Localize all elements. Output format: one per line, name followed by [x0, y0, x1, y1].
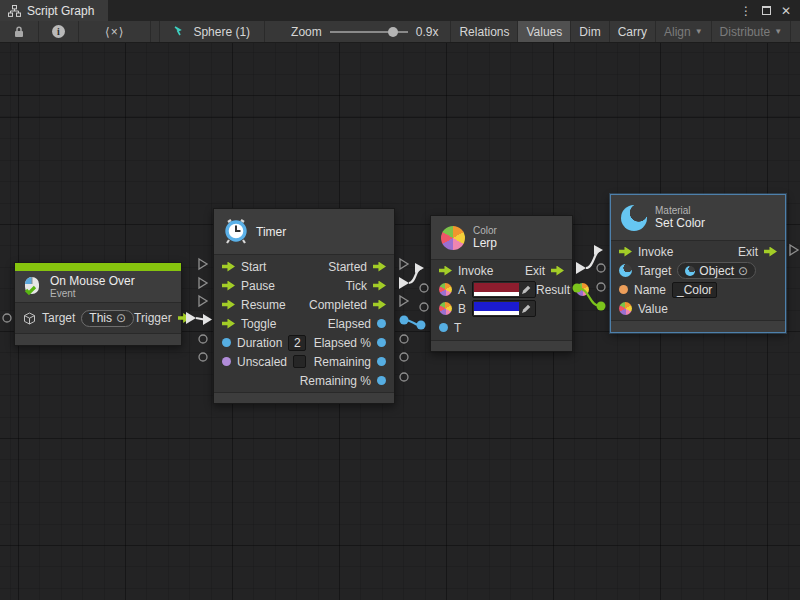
port-exit[interactable]: Exit: [525, 264, 564, 278]
selection-indicator[interactable]: Sphere (1): [159, 21, 265, 42]
port-timer-toggle-in[interactable]: [203, 314, 212, 325]
node-header[interactable]: On Mouse Over Event: [15, 271, 181, 303]
port-lerp-exit-out[interactable]: [576, 262, 586, 274]
duration-input[interactable]: 2: [288, 335, 306, 351]
tab-script-graph[interactable]: Script Graph: [0, 0, 108, 21]
port-setcolor-target-in[interactable]: [597, 264, 605, 272]
node-category: Material: [655, 205, 705, 216]
tab-bar: Script Graph ⋮ ✕: [0, 0, 800, 21]
port-timer-start-in[interactable]: [199, 259, 207, 269]
wire-tick-invoke[interactable]: [409, 268, 422, 283]
port-invoke[interactable]: Invoke: [619, 245, 673, 259]
zoom-slider-handle[interactable]: [388, 27, 398, 37]
node-header[interactable]: Timer: [214, 209, 394, 255]
value-port-icon: [619, 302, 632, 315]
color-b-swatch[interactable]: [472, 300, 536, 317]
port-timer-remaining-pct-out[interactable]: [400, 373, 408, 381]
value-port-icon: [377, 357, 386, 366]
dim-button[interactable]: Dim: [571, 21, 609, 42]
port-lerp-b-in[interactable]: [420, 303, 428, 311]
info-button[interactable]: i: [39, 21, 79, 42]
port-setcolor-invoke-in[interactable]: [594, 245, 603, 255]
port-result[interactable]: Result: [536, 283, 589, 297]
node-header[interactable]: Material Set Color: [611, 195, 785, 241]
port-completed[interactable]: Completed: [309, 298, 386, 312]
port-exit[interactable]: Exit: [738, 245, 777, 259]
lock-button[interactable]: [0, 21, 39, 42]
wire-elapsed-t[interactable]: [404, 320, 420, 325]
value-port-icon: [619, 285, 628, 294]
wire-trigger-toggle[interactable]: [196, 318, 204, 320]
port-setcolor-exit-out[interactable]: [790, 245, 798, 255]
port-lerp-a-in[interactable]: [420, 284, 428, 292]
value-port-icon: [619, 264, 632, 277]
node-on-mouse-over[interactable]: On Mouse Over Event Target This ⊙: [14, 262, 182, 346]
port-a[interactable]: A: [439, 281, 536, 298]
port-timer-completed-out[interactable]: [400, 296, 408, 306]
port-b[interactable]: B: [439, 300, 536, 317]
node-timer[interactable]: Timer Start Started Pause Tick Resume Co…: [213, 208, 395, 404]
values-button[interactable]: Values: [518, 21, 571, 42]
port-timer-elapsed-pct-out[interactable]: [400, 335, 408, 343]
node-color-lerp[interactable]: Color Lerp Invoke Exit A: [430, 215, 573, 352]
port-timer-tick-out[interactable]: [399, 277, 409, 289]
unscaled-checkbox[interactable]: [293, 355, 306, 368]
name-input[interactable]: _Color: [672, 282, 717, 298]
relations-button[interactable]: Relations: [451, 21, 518, 42]
node-set-color[interactable]: Material Set Color Invoke Exit Target Ob…: [610, 194, 786, 333]
port-timer-started-out[interactable]: [400, 259, 408, 269]
port-tick[interactable]: Tick: [345, 279, 386, 293]
port-value[interactable]: Value: [619, 302, 668, 316]
port-lerp-t-in[interactable]: [417, 321, 426, 330]
wire-exit-invoke[interactable]: [586, 250, 601, 268]
port-pause[interactable]: Pause: [222, 279, 275, 293]
zoom-slider[interactable]: [330, 26, 408, 38]
port-invoke[interactable]: Invoke: [439, 264, 493, 278]
port-timer-pause-in[interactable]: [199, 278, 207, 288]
port-timer-duration-in[interactable]: [199, 335, 207, 343]
port-toggle[interactable]: Toggle: [222, 317, 276, 331]
port-started[interactable]: Started: [328, 260, 386, 274]
close-icon[interactable]: ✕: [778, 4, 794, 18]
value-port-icon: [222, 357, 231, 366]
target-port-label: Target: [42, 311, 75, 325]
align-button[interactable]: Align▼: [656, 21, 712, 42]
port-unscaled[interactable]: Unscaled: [222, 355, 306, 369]
menu-icon[interactable]: ⋮: [738, 4, 754, 18]
target-object-picker[interactable]: Object ⊙: [677, 262, 756, 279]
port-t[interactable]: T: [439, 321, 461, 335]
overview-button[interactable]: Overview: [791, 21, 800, 42]
port-timer-unscaled-in[interactable]: [199, 353, 207, 361]
trigger-port-label: Trigger: [134, 311, 172, 325]
value-port-icon: [439, 302, 452, 315]
node-header[interactable]: Color Lerp: [431, 216, 572, 260]
color-a-swatch[interactable]: [472, 281, 536, 298]
port-omo-target-in[interactable]: [3, 314, 11, 322]
port-remaining[interactable]: Remaining: [314, 355, 386, 369]
graph-canvas[interactable]: On Mouse Over Event Target This ⊙: [0, 43, 800, 600]
eyedropper-icon[interactable]: [519, 283, 534, 296]
zoom-label: Zoom: [291, 25, 322, 39]
node-title: Set Color: [655, 216, 705, 230]
distribute-button[interactable]: Distribute▼: [712, 21, 792, 42]
control-port-icon: [439, 266, 452, 276]
inspect-button[interactable]: ⟨×⟩: [79, 21, 151, 42]
port-timer-resume-in[interactable]: [199, 296, 207, 306]
port-name[interactable]: Name _Color: [619, 282, 717, 298]
port-elapsed-pct[interactable]: Elapsed %: [314, 336, 386, 350]
maximize-icon[interactable]: [758, 4, 774, 18]
port-start[interactable]: Start: [222, 260, 266, 274]
port-duration[interactable]: Duration 2: [222, 335, 306, 351]
port-timer-elapsed-out[interactable]: [400, 316, 409, 325]
port-remaining-pct[interactable]: Remaining %: [300, 374, 386, 388]
port-target[interactable]: Target Object ⊙: [619, 262, 756, 279]
port-setcolor-name-in[interactable]: [597, 283, 605, 291]
port-setcolor-value-in[interactable]: [597, 302, 606, 311]
eyedropper-icon[interactable]: [519, 302, 534, 315]
carry-button[interactable]: Carry: [610, 21, 656, 42]
target-object-picker[interactable]: This ⊙: [81, 310, 134, 327]
port-resume[interactable]: Resume: [222, 298, 286, 312]
port-elapsed[interactable]: Elapsed: [328, 317, 386, 331]
port-timer-remaining-out[interactable]: [400, 353, 408, 361]
port-lerp-invoke-in[interactable]: [415, 263, 424, 273]
